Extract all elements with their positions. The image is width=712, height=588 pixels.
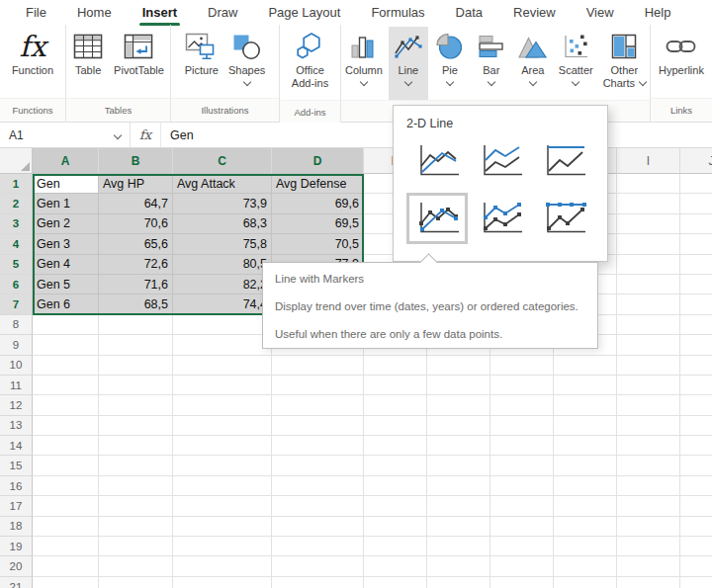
cell-a17[interactable] (33, 496, 99, 516)
cell-c13[interactable] (173, 416, 272, 436)
row-header-4[interactable]: 4 (0, 234, 33, 254)
cell-d4[interactable]: 70,5 (272, 234, 364, 254)
cell-c5[interactable]: 80,5 (173, 255, 272, 275)
menu-tab-home[interactable]: Home (77, 2, 112, 24)
cell-h10[interactable] (554, 356, 617, 376)
chevron-down-icon[interactable] (404, 78, 412, 86)
cell-c16[interactable] (173, 476, 272, 496)
cell-h21[interactable] (554, 577, 617, 588)
cell-j2[interactable] (680, 194, 712, 213)
cell-b8[interactable] (99, 315, 173, 335)
cell-a7[interactable]: Gen 6 (33, 294, 99, 314)
cell-b18[interactable] (99, 517, 173, 537)
cell-b6[interactable]: 71,6 (99, 275, 173, 294)
chevron-down-icon[interactable] (242, 78, 250, 86)
ribbon-button-area[interactable]: Area (513, 27, 553, 100)
row-header-14[interactable]: 14 (0, 436, 33, 456)
cell-i8[interactable] (617, 315, 680, 335)
cell-c3[interactable]: 68,3 (173, 214, 272, 234)
row-header-19[interactable]: 19 (0, 537, 33, 556)
cell-j12[interactable] (680, 395, 712, 415)
cell-i6[interactable] (617, 275, 680, 294)
row-header-21[interactable]: 21 (0, 577, 33, 588)
cell-i19[interactable] (617, 537, 680, 556)
column-header-i[interactable]: I (617, 148, 680, 174)
cell-d19[interactable] (272, 537, 364, 556)
cell-a18[interactable] (33, 517, 99, 537)
cell-h13[interactable] (554, 416, 617, 436)
cell-i13[interactable] (617, 416, 680, 436)
cell-d3[interactable]: 69,5 (272, 214, 364, 234)
cell-j19[interactable] (680, 537, 712, 556)
cell-c12[interactable] (173, 395, 272, 415)
cell-i12[interactable] (617, 395, 680, 415)
cell-j3[interactable] (680, 214, 712, 234)
cell-i3[interactable] (617, 214, 680, 234)
column-header-d[interactable]: D (272, 148, 364, 174)
cell-h20[interactable] (554, 556, 617, 576)
ribbon-button-line[interactable]: Line (389, 27, 428, 100)
cell-c18[interactable] (173, 517, 272, 537)
insert-function-button[interactable]: fx (131, 123, 161, 147)
row-header-10[interactable]: 10 (0, 356, 33, 376)
cell-d17[interactable] (272, 496, 364, 516)
cell-j20[interactable] (680, 556, 712, 576)
cell-b11[interactable] (99, 376, 173, 395)
cell-b15[interactable] (99, 456, 173, 475)
cell-j9[interactable] (680, 335, 712, 355)
menu-tab-draw[interactable]: Draw (208, 2, 237, 24)
cell-a15[interactable] (33, 456, 99, 475)
cell-b19[interactable] (99, 537, 173, 556)
cell-d2[interactable]: 69,6 (272, 194, 364, 213)
ribbon-button-picture[interactable]: Picture (181, 27, 222, 98)
chart-type-stacked-line[interactable] (470, 135, 531, 187)
cell-g19[interactable] (490, 537, 554, 556)
cell-b20[interactable] (99, 556, 173, 576)
menu-tab-file[interactable]: File (26, 2, 46, 24)
cell-e15[interactable] (364, 456, 427, 475)
chevron-down-icon[interactable] (639, 77, 647, 85)
cell-d21[interactable] (272, 577, 364, 588)
cell-f11[interactable] (427, 376, 490, 395)
chart-type-100%-stacked-line[interactable] (533, 135, 594, 187)
cell-a6[interactable]: Gen 5 (33, 275, 99, 294)
ribbon-button-hyperlink[interactable]: Hyperlink (655, 27, 708, 98)
row-header-12[interactable]: 12 (0, 395, 33, 415)
cell-j18[interactable] (680, 517, 712, 537)
chevron-down-icon[interactable] (529, 78, 537, 86)
cell-j1[interactable] (680, 174, 712, 194)
cell-j11[interactable] (680, 376, 712, 395)
cell-d13[interactable] (272, 416, 364, 436)
cell-e11[interactable] (364, 376, 427, 395)
cell-h12[interactable] (554, 395, 617, 415)
cell-b9[interactable] (99, 335, 173, 355)
cell-a3[interactable]: Gen 2 (33, 214, 99, 234)
column-header-b[interactable]: B (99, 148, 173, 174)
cell-a11[interactable] (33, 376, 99, 395)
cell-a20[interactable] (33, 556, 99, 576)
cell-b2[interactable]: 64,7 (99, 194, 173, 213)
cell-a4[interactable]: Gen 3 (33, 234, 99, 254)
cell-c17[interactable] (173, 496, 272, 516)
cell-h15[interactable] (554, 456, 617, 475)
cell-b16[interactable] (99, 476, 173, 496)
ribbon-button-scatter[interactable]: Scatter (555, 27, 597, 100)
cell-c4[interactable]: 75,8 (173, 234, 272, 254)
cell-i9[interactable] (617, 335, 680, 355)
cell-c14[interactable] (173, 436, 272, 456)
ribbon-button-office-add-ins[interactable]: OfficeAdd-ins (288, 27, 332, 100)
cell-g12[interactable] (490, 395, 554, 415)
menu-tab-insert[interactable]: Insert (142, 2, 177, 24)
cell-f20[interactable] (427, 556, 490, 576)
cell-i15[interactable] (617, 456, 680, 475)
cell-i10[interactable] (617, 356, 680, 376)
cell-a9[interactable] (33, 335, 99, 355)
cell-f12[interactable] (427, 395, 490, 415)
cell-j5[interactable] (680, 255, 712, 275)
cell-c2[interactable]: 73,9 (173, 194, 272, 213)
cell-j15[interactable] (680, 456, 712, 475)
cell-i11[interactable] (617, 376, 680, 395)
cell-b21[interactable] (99, 577, 173, 588)
cell-d10[interactable] (272, 356, 364, 376)
cell-h11[interactable] (554, 376, 617, 395)
